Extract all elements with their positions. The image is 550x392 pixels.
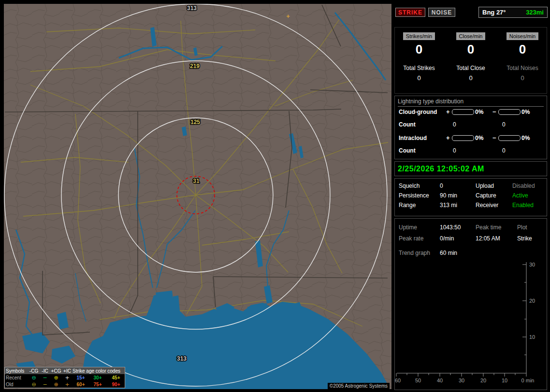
age-15-label: 15+	[72, 375, 89, 380]
noises-column: Noises/min 0 Total Noises 0	[498, 31, 547, 82]
cg-count-label: Count	[399, 121, 416, 128]
plot-label: Plot	[517, 224, 527, 231]
plus-sign: +	[446, 134, 450, 141]
legend-col-neg-cg: -CG	[28, 368, 40, 374]
total-noises-value: 0	[498, 74, 547, 82]
cg-negative-percent: 0%	[521, 109, 530, 115]
legend-col-neg-ic: -IC	[40, 368, 50, 374]
total-close-label: Total Close	[447, 65, 495, 71]
receiver-label: Receiver	[476, 202, 498, 209]
age-30-label: 30+	[89, 375, 106, 380]
settings-row: Range 313 mi Receiver Enabled	[395, 202, 547, 210]
total-strikes-label: Total Strikes	[395, 65, 443, 71]
strike-toggle-button[interactable]: STRIKE	[395, 8, 425, 17]
minus-sign: −	[492, 134, 496, 141]
trend-row: Trend graph 60 min	[395, 250, 547, 257]
close-per-min-value: 0	[447, 42, 495, 57]
trend-x-tick-50: 50	[415, 378, 421, 383]
ic-negative-bar	[498, 135, 521, 141]
capture-status: Active	[512, 192, 528, 199]
status-row: Uptime 1043:50 Peak time Plot	[395, 224, 547, 232]
cloud-ground-row: Cloud-ground + 0% − 0%	[399, 109, 545, 116]
trend-y-tick-10: 10	[529, 334, 535, 340]
ic-negative-count: 0	[502, 147, 506, 154]
peak-time-label: Peak time	[476, 224, 501, 231]
cg-negative-bar	[498, 109, 521, 115]
range-label: Range	[399, 202, 416, 209]
trend-x-tick-40: 40	[437, 378, 443, 383]
noises-per-min-value: 0	[498, 42, 547, 57]
noise-toggle-button[interactable]: NOISE	[428, 8, 455, 17]
bearing-range-display: Bng 27° 323mi	[478, 7, 548, 18]
trend-y-tick-30: 30	[529, 262, 535, 267]
intracloud-row: Intracloud + 0% − 0%	[399, 135, 545, 142]
squelch-label: Squelch	[399, 182, 420, 189]
map-marker-icon: +	[286, 13, 290, 20]
plus-sign: +	[446, 108, 450, 115]
uptime-value: 1043:50	[440, 224, 461, 231]
lightning-map[interactable]: + 313 219 125 31 313	[4, 4, 391, 389]
range-ring-label-125: 125	[190, 119, 200, 126]
ic-neg-old-icon: −	[40, 382, 50, 387]
trend-x-tick-60: 60	[395, 378, 401, 383]
plot-type-value: Strike	[517, 235, 532, 242]
range-value: 323mi	[526, 9, 544, 16]
receiver-status: Enabled	[512, 202, 534, 209]
trend-x-tick-0: 0 min	[521, 378, 535, 383]
legend-recent-label: Recent	[6, 375, 28, 380]
capture-label: Capture	[476, 192, 496, 199]
cg-positive-bar	[452, 109, 474, 115]
age-45-label: 45+	[106, 375, 126, 380]
current-datetime: 2/25/2026 12:05:02 AM	[398, 165, 484, 173]
intracloud-count-row: Count 0 0	[399, 147, 545, 155]
strikes-per-min-badge: Strikes/min	[403, 32, 435, 40]
range-setting-value: 313 mi	[440, 202, 457, 209]
legend-header: Symbols -CG -IC +CG +IC Strike age color…	[5, 367, 125, 374]
sidebar: STRIKE NOISE Bng 27° 323mi Strikes/min 0…	[394, 0, 548, 392]
noises-per-min-badge: Noises/min	[507, 32, 538, 40]
range-ring-label-313-top: 313	[187, 5, 197, 12]
cg-positive-percent: 0%	[475, 109, 483, 115]
legend-col-pos-ic: +IC	[62, 368, 72, 374]
minus-sign: −	[492, 108, 496, 115]
upload-status: Disabled	[512, 182, 535, 189]
uptime-label: Uptime	[399, 224, 417, 231]
app-window: + 313 219 125 31 313 Symbols -CG -IC +CG…	[0, 0, 550, 392]
strikes-per-min-value: 0	[395, 42, 443, 57]
status-row: Peak rate 0/min 12:05 AM Strike	[395, 235, 547, 243]
settings-row: Persistence 90 min Capture Active	[395, 192, 547, 200]
cg-neg-old-icon: ⊖	[28, 382, 40, 387]
trend-x-tick-20: 20	[480, 378, 486, 383]
cloud-ground-count-row: Count 0 0	[399, 121, 545, 129]
status-panel: Uptime 1043:50 Peak time Plot Peak rate …	[394, 218, 547, 390]
age-90-label: 90+	[106, 382, 126, 387]
cloud-ground-label: Cloud-ground	[399, 109, 437, 115]
ic-pos-recent-icon: +	[62, 375, 72, 380]
range-ring-label-31: 31	[193, 178, 200, 184]
bearing-value: Bng 27°	[482, 9, 506, 16]
age-75-label: 75+	[89, 382, 106, 387]
ic-count-label: Count	[399, 147, 416, 154]
cg-pos-recent-icon: ⊕	[50, 375, 62, 380]
persistence-label: Persistence	[399, 192, 429, 199]
datetime-panel: 2/25/2026 12:05:02 AM	[394, 161, 547, 176]
persistence-value: 90 min	[440, 192, 457, 199]
cg-neg-recent-icon: ⊖	[28, 375, 40, 380]
peak-rate-value: 0/min	[440, 235, 454, 242]
close-per-min-badge: Close/min	[456, 32, 486, 40]
trend-x-tick-30: 30	[459, 378, 464, 383]
close-column: Close/min 0 Total Close 0	[447, 31, 495, 82]
ic-pos-old-icon: +	[62, 382, 72, 387]
copyright-text: ©2005 Astrogenic Systems	[328, 383, 390, 389]
peak-rate-label: Peak rate	[399, 235, 423, 242]
age-60-label: 60+	[72, 382, 89, 387]
strikes-column: Strikes/min 0 Total Strikes 0	[395, 31, 443, 82]
cg-pos-old-icon: ⊕	[50, 382, 62, 387]
legend-age-title: Strike age color codes	[72, 368, 126, 374]
settings-panel: Squelch 0 Upload Disabled Persistence 90…	[394, 178, 547, 216]
trend-graph: 30 20 10 60 50 40 30 20 10 0 min	[395, 258, 548, 389]
lightning-type-panel: Lightning type distribution Cloud-ground…	[394, 96, 547, 159]
ic-negative-percent: 0%	[521, 135, 530, 141]
total-close-value: 0	[447, 74, 495, 82]
trend-y-tick-20: 20	[529, 298, 535, 304]
